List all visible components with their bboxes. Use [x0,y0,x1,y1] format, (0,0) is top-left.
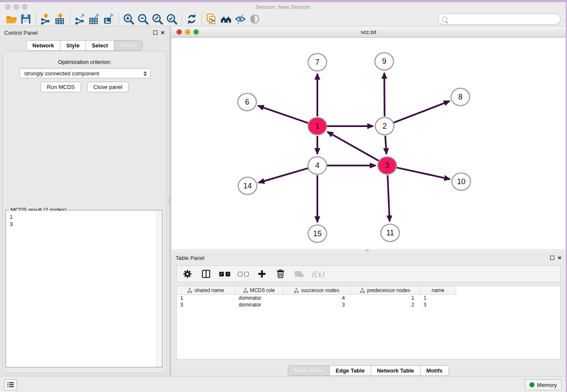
graph-edge-3-11[interactable] [388,175,390,221]
network-window-title: scc.txt [171,29,566,35]
graph-node-11[interactable]: 11 [381,224,399,242]
memory-status-icon [529,382,534,387]
mcds-result-area[interactable]: 1 3 [6,211,162,367]
graph-edge-2-9[interactable] [384,73,385,116]
cell-predecessor-nodes[interactable]: 2 [351,301,420,308]
optimization-criterion-select[interactable]: strongly connected component [19,68,151,78]
graph-node-label: 1 [315,122,319,130]
network-canvas[interactable]: 7968124314101511 [171,38,566,249]
cell-mcds-role[interactable]: dominator [235,295,283,301]
close-panel-icon[interactable]: × [161,29,165,36]
cell-shared-name[interactable]: 1 [177,295,235,301]
tab-edge-table[interactable]: Edge Table [329,365,371,376]
cell-successor-nodes[interactable]: 3 [283,301,351,308]
graph-node-4[interactable]: 4 [308,157,327,174]
show-columns-button[interactable] [200,268,212,280]
tab-network-table[interactable]: Network Table [371,365,421,376]
deselect-all-button[interactable] [237,268,250,280]
refresh-button[interactable] [184,13,199,25]
float-table-panel-icon[interactable] [550,256,554,260]
checked-box-icon: ✓ [219,272,224,276]
function-builder-button[interactable]: f(x) [311,268,324,280]
graph-node-15[interactable]: 15 [308,225,327,243]
memory-label: Memory [537,382,557,388]
graph-node-14[interactable]: 14 [238,177,257,195]
graph-node-7[interactable]: 7 [308,54,327,71]
graph-edge-3-10[interactable] [396,168,450,179]
column-header-successor-nodes[interactable]: successor nodes [283,286,351,295]
checked-box-icon: ✓ [226,272,230,276]
graph-node-3[interactable]: 3 [378,157,396,174]
cell-predecessor-nodes[interactable]: 1 [351,295,420,301]
import-table-button[interactable] [53,13,67,25]
save-session-button[interactable] [19,13,33,25]
first-neighbors-button[interactable] [219,13,233,25]
result-scrollbar[interactable] [156,211,162,367]
graph-node-1[interactable]: 1 [308,118,327,135]
open-session-button[interactable] [4,13,19,25]
task-history-button[interactable] [4,379,17,390]
open-folder-icon [6,13,17,25]
close-table-panel-icon[interactable]: × [558,254,561,262]
export-table-button[interactable] [87,13,102,25]
horizontal-splitter-grip[interactable] [365,249,369,251]
cell-name[interactable]: 1 [420,295,456,301]
clone-network-button[interactable] [204,13,219,25]
zoom-in-button[interactable] [121,13,136,25]
column-header-predecessor-nodes[interactable]: predecessor nodes [351,286,420,295]
export-image-button[interactable] [102,13,116,25]
search-input[interactable] [438,14,561,25]
float-panel-icon[interactable] [153,30,157,35]
cell-shared-name[interactable]: 3 [177,301,235,308]
mcds-result-line: 1 [10,213,158,221]
table-row[interactable]: 1 dominator 4 1 1 [177,295,560,301]
export-network-button[interactable] [73,13,87,25]
memory-button[interactable]: Memory [525,379,561,390]
delete-column-button[interactable] [274,268,287,280]
run-mcds-button[interactable]: Run MCDS [41,82,81,92]
column-header-name[interactable]: name [420,286,456,295]
create-column-button[interactable] [256,268,268,280]
delete-table-icon [294,269,304,279]
graph-node-2[interactable]: 2 [375,118,394,135]
column-header-shared-name[interactable]: shared name [177,286,235,295]
gear-icon [182,269,193,279]
export-network-icon [74,13,86,25]
zoom-fit-button[interactable] [150,13,165,25]
zoom-selected-button[interactable] [165,13,179,25]
graph-edge-1-6[interactable] [258,106,308,123]
network-graph: 7968124314101511 [171,38,566,249]
column-header-mcds-role[interactable]: MCDS role [235,286,283,295]
cell-successor-nodes[interactable]: 4 [283,295,351,301]
export-table-icon [88,13,100,25]
tab-node-table[interactable]: Node Table [288,365,330,376]
zoom-fit-icon [151,13,163,25]
tab-network[interactable]: Network [26,40,61,51]
tab-select[interactable]: Select [85,40,114,51]
graph-edge-2-3[interactable] [385,136,386,154]
graph-node-8[interactable]: 8 [451,88,470,106]
close-panel-button[interactable]: Close panel [87,82,129,92]
mcds-panel: Optimization criterion: strongly connect… [3,51,167,373]
cell-mcds-role[interactable]: dominator [235,301,283,308]
import-network-button[interactable] [39,13,53,25]
graph-node-9[interactable]: 9 [375,53,394,70]
graph-node-6[interactable]: 6 [238,94,256,111]
cell-name[interactable]: 3 [420,301,456,308]
hide-details-button[interactable] [233,13,248,25]
tab-style[interactable]: Style [60,40,86,51]
graph-edge-4-14[interactable] [259,168,308,182]
delete-table-button[interactable] [293,268,306,280]
select-all-button[interactable]: ✓ ✓ [218,268,231,280]
graph-node-label: 4 [315,161,319,170]
table-settings-button[interactable] [181,268,194,280]
table-row[interactable]: 3 dominator 3 2 3 [177,301,560,308]
graph-node-10[interactable]: 10 [452,173,471,190]
tab-mcds[interactable]: MCDS [114,40,143,51]
tab-motifs[interactable]: Motifs [420,365,449,376]
show-details-button[interactable] [248,13,262,25]
zoom-out-button[interactable] [136,13,150,25]
graph-edge-2-8[interactable] [394,101,449,123]
refresh-icon [186,13,198,25]
graph-edge-3-1[interactable] [328,132,379,160]
